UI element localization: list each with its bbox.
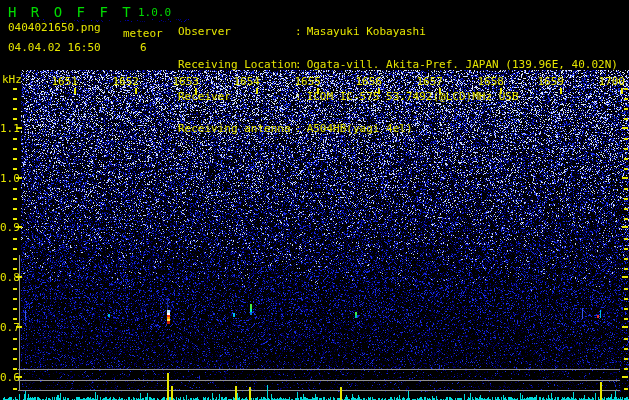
time-label-1653: 1653 bbox=[169, 75, 199, 88]
observer-value: Masayuki Kobayashi bbox=[307, 25, 426, 38]
app-title: H R O F F T bbox=[8, 4, 134, 20]
date-time: 04.04.02 16:50 bbox=[8, 41, 101, 54]
info-row-receiver: Receiver:ICOM IC-575 53.7492(@LCD)MHz US… bbox=[178, 92, 618, 103]
freq-label-1-1: 1.1 bbox=[0, 122, 16, 135]
time-label-1657: 1657 bbox=[413, 75, 443, 88]
freq-unit-label: kHz bbox=[2, 73, 22, 86]
time-label-1654: 1654 bbox=[230, 75, 260, 88]
freq-label-0-7: 0.7 bbox=[0, 321, 16, 334]
time-label-1656: 1656 bbox=[352, 75, 382, 88]
meteor-count: 6 bbox=[140, 41, 147, 54]
receiver-value: ICOM IC-575 53.7492(@LCD)MHz USB bbox=[307, 90, 519, 103]
time-label-1658: 1658 bbox=[474, 75, 504, 88]
info-row-observer: Observer:Masayuki Kobayashi bbox=[178, 27, 618, 38]
time-label-1652: 1652 bbox=[109, 75, 139, 88]
time-label-1659: 1659 bbox=[534, 75, 564, 88]
location-value: Ogata-vill. Akita-Pref. JAPAN (139.96E, … bbox=[307, 58, 618, 71]
antenna-value: A504HB(yagi 4el) bbox=[307, 122, 413, 135]
freq-label-0-6: 0.6 bbox=[0, 371, 16, 384]
mode-label: meteor bbox=[123, 27, 163, 40]
freq-label-0-8: 0.8 bbox=[0, 271, 16, 284]
time-label-1700: 1700 bbox=[595, 75, 625, 88]
info-row-location: Receiving Location:Ogata-vill. Akita-Pre… bbox=[178, 60, 618, 71]
time-label-1655: 1655 bbox=[291, 75, 321, 88]
info-row-antenna: Receiving antenna:A504HB(yagi 4el) bbox=[178, 124, 618, 135]
app-version: 1.0.0 bbox=[138, 6, 171, 19]
hrofft-output-image: H R O F F T 1.0.0 0404021650.png meteor … bbox=[0, 0, 629, 400]
time-label-1651: 1651 bbox=[48, 75, 78, 88]
freq-label-0-9: 0.9 bbox=[0, 221, 16, 234]
freq-label-1-0: 1.0 bbox=[0, 172, 16, 185]
output-filename: 0404021650.png bbox=[8, 21, 101, 34]
